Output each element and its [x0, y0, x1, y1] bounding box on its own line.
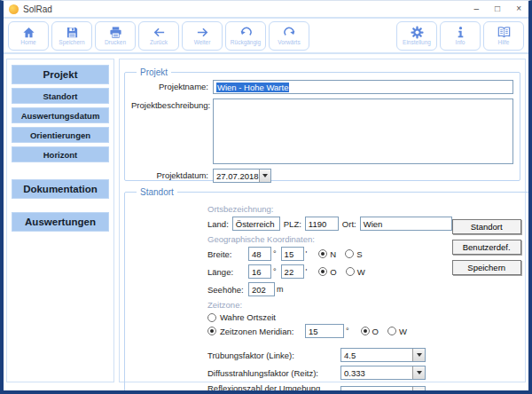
undo-button[interactable]: Rückgängig — [225, 21, 266, 51]
zeitzonen-meridian-label: Zeitzonen Meridian: — [220, 327, 305, 336]
meridian-west-radio[interactable] — [387, 327, 396, 335]
breite-grad-input[interactable]: 48 — [248, 247, 271, 261]
sidebar-item-horizont[interactable]: Horizont — [12, 146, 109, 162]
dropdown-arrow-icon[interactable] — [259, 169, 270, 182]
print-icon — [109, 26, 122, 39]
laenge-ost-label: O — [330, 267, 336, 277]
sidebar: Projekt Standort Auswertungsdatum Orient… — [6, 59, 114, 382]
sidebar-item-orientierungen[interactable]: Orientierungen — [12, 127, 109, 143]
koordinaten-header: Geographische Koordinaten: — [207, 234, 452, 244]
projektname-selected-text: Wien - Hohe Warte — [216, 83, 289, 92]
app-sun-icon — [9, 4, 19, 14]
laenge-label: Länge: — [207, 267, 248, 277]
projektbeschreibung-textarea[interactable] — [213, 98, 513, 164]
titlebar: SolRad – □ × — [4, 1, 528, 19]
standort-groupbox: Standort Ortsbezeichnung: Land: Österrei… — [124, 187, 532, 394]
truebungsfaktor-select[interactable]: 4.5 — [340, 348, 426, 362]
sidebar-item-auswertungsdatum[interactable]: Auswertungsdatum — [12, 107, 109, 123]
settings-button[interactable]: Einstellung — [396, 21, 437, 51]
toolbar: Home Speichern Zurück Drucken Zurück Wei… — [4, 19, 528, 54]
standort-group-title: Standort — [137, 187, 177, 197]
back-button[interactable]: Zurück — [138, 21, 179, 51]
laenge-minuten-input[interactable]: 22 — [281, 264, 304, 279]
undo-icon — [239, 26, 253, 39]
breite-label: Breite: — [207, 249, 248, 259]
degree-symbol: ° — [273, 267, 277, 276]
arrow-right-icon — [196, 26, 209, 39]
laenge-west-radio[interactable] — [346, 267, 355, 276]
app-window: SolRad – □ × Home Speichern Zurück Druck… — [0, 0, 532, 394]
laenge-west-label: W — [357, 267, 365, 277]
dropdown-arrow-icon[interactable] — [412, 366, 425, 379]
plz-label: PLZ: — [284, 219, 301, 229]
gear-icon — [411, 26, 424, 39]
home-button[interactable]: Home — [8, 21, 49, 51]
projektname-input[interactable]: Wien - Hohe Warte — [213, 80, 513, 94]
ort-label: Ort: — [342, 219, 356, 229]
seehoehe-unit: m — [277, 285, 284, 294]
sidebar-item-standort[interactable]: Standort — [12, 88, 109, 104]
sidebar-item-dokumentation[interactable]: Dokumentation — [12, 179, 109, 199]
redo-button[interactable]: Vorwärts — [269, 21, 309, 51]
seehoehe-label: Seehöhe: — [207, 285, 248, 295]
truebungsfaktor-label: Trübungsfaktor (Linke): — [207, 351, 340, 360]
laenge-grad-input[interactable]: 16 — [248, 264, 271, 279]
forward-button[interactable]: Weiter — [182, 21, 223, 51]
diffusstrahlungsfaktor-label: Diffusstrahlungsfaktor (Reitz): — [207, 368, 340, 378]
breite-minuten-input[interactable]: 15 — [281, 247, 304, 261]
projekt-group-title: Projekt — [137, 67, 171, 77]
zeitzonen-meridian-radio[interactable] — [207, 327, 216, 335]
land-input[interactable]: Österreich — [232, 217, 280, 231]
help-button[interactable]: Hilfe — [483, 21, 524, 51]
breite-sued-radio[interactable] — [345, 249, 354, 258]
info-button[interactable]: Info — [440, 21, 481, 51]
save-icon — [66, 26, 79, 39]
arrow-left-icon — [153, 26, 166, 39]
ortsbezeichnung-header: Ortsbezeichnung: — [207, 204, 452, 214]
print-button[interactable]: Zurück Drucken — [95, 21, 136, 51]
degree-symbol: ° — [273, 249, 277, 258]
help-book-icon — [497, 26, 511, 39]
zeitzone-header: Zeitzone: — [207, 300, 452, 310]
benutzerdef-button[interactable]: Benutzerdef. — [452, 240, 521, 255]
albedo-label: Reflexionszahl der Umgebung (Albedo): — [207, 383, 340, 394]
minute-symbol: ' — [306, 249, 308, 258]
main-panel: Projekt Projektname: Wien - Hohe Warte P… — [119, 59, 526, 382]
meridian-ost-label: O — [372, 327, 379, 336]
degree-symbol: ° — [346, 327, 349, 335]
save-button[interactable]: Speichern — [51, 21, 92, 51]
meridian-ost-radio[interactable] — [361, 327, 370, 335]
diffusstrahlungsfaktor-select[interactable]: 0.333 — [340, 366, 426, 380]
dropdown-arrow-icon[interactable] — [412, 349, 425, 361]
dropdown-arrow-icon[interactable] — [412, 387, 425, 394]
breite-sued-label: S — [356, 249, 362, 259]
meridian-input[interactable]: 15 — [305, 324, 344, 338]
speichern-button[interactable]: Speichern — [452, 260, 521, 275]
redo-icon — [283, 26, 296, 39]
projektbeschreibung-label: Projektbeschreibung: — [131, 98, 213, 164]
close-button[interactable]: × — [516, 4, 521, 13]
land-label: Land: — [207, 219, 229, 229]
projektname-label: Projektname: — [131, 80, 213, 94]
wahre-ortszeit-radio[interactable] — [207, 313, 216, 322]
breite-nord-radio[interactable] — [318, 249, 327, 258]
laenge-ost-radio[interactable] — [318, 267, 327, 276]
sidebar-item-projekt[interactable]: Projekt — [12, 65, 109, 84]
wahre-ortszeit-label: Wahre Ortszeit — [220, 312, 276, 322]
plz-input[interactable]: 1190 — [305, 217, 339, 231]
ort-input[interactable]: Wien — [360, 217, 452, 231]
minimize-button[interactable]: – — [474, 4, 480, 13]
info-icon — [454, 26, 467, 39]
albedo-select[interactable]: 0.2 — [340, 386, 426, 394]
sidebar-item-auswertungen[interactable]: Auswertungen — [12, 212, 109, 232]
meridian-west-label: W — [399, 327, 407, 336]
breite-nord-label: N — [330, 249, 336, 259]
standort-button[interactable]: Standort — [452, 219, 521, 234]
seehoehe-input[interactable]: 202 — [248, 282, 275, 296]
window-title: SolRad — [23, 4, 52, 14]
workspace: Projekt Standort Auswertungsdatum Orient… — [4, 54, 528, 390]
minute-symbol: ' — [306, 267, 308, 276]
projektdatum-datepicker[interactable]: 27.07.2018 — [213, 169, 271, 183]
home-icon — [22, 26, 35, 39]
maximize-button[interactable]: □ — [495, 4, 500, 13]
